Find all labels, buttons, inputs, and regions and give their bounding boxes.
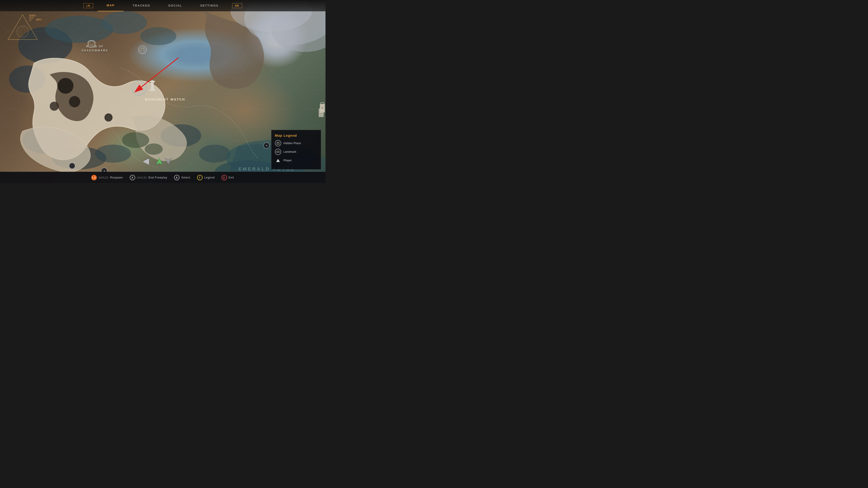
legend-item-landmark: Landmark	[275, 149, 317, 155]
legend-action-label: Legend	[204, 176, 215, 179]
toolbar-legend[interactable]: Y Legend	[197, 175, 215, 180]
player-icon	[275, 157, 281, 164]
toolbar-respawn[interactable]: LS [HOLD] Respawn	[91, 175, 123, 180]
hidden-place-icon	[275, 140, 281, 147]
svg-point-71	[277, 142, 279, 143]
legend-label-hidden-place: Hidden Place	[283, 142, 301, 145]
svg-rect-47	[151, 83, 154, 89]
toolbar-exit[interactable]: B Exit	[221, 175, 234, 180]
svg-text:⚭: ⚭	[266, 144, 268, 147]
svg-text:RUINS OF: RUINS OF	[86, 45, 104, 48]
toolbar-select[interactable]: A Select	[174, 175, 190, 180]
svg-rect-60	[319, 108, 324, 117]
tab-settings[interactable]: SETTINGS	[191, 0, 228, 11]
select-label: Select	[181, 176, 190, 179]
tab-tracked[interactable]: TRACKED	[124, 0, 159, 11]
exit-label: Exit	[229, 176, 234, 179]
svg-text:SHADOWMARK: SHADOWMARK	[82, 49, 108, 52]
map-legend: Map Legend Hidden Place Landmark Player	[271, 130, 321, 169]
legend-label-player: Player	[283, 159, 292, 162]
svg-rect-32	[29, 17, 31, 19]
svg-point-57	[69, 163, 75, 169]
tab-map[interactable]: MAP	[98, 0, 124, 11]
b-badge: B	[221, 175, 227, 180]
toolbar-end-freeplay[interactable]: X [HOLD] End Freeplay	[130, 175, 167, 180]
legend-title: Map Legend	[275, 133, 317, 137]
svg-text:MONUMENT WATCH: MONUMENT WATCH	[145, 98, 185, 101]
x-badge: X	[130, 175, 135, 180]
bottom-toolbar: LS [HOLD] Respawn X [HOLD] End Freeplay …	[0, 172, 326, 183]
tab-social[interactable]: SOCIAL	[159, 0, 191, 11]
svg-rect-29	[29, 15, 31, 17]
navigation-header: LB MAP TRACKED SOCIAL SETTINGS RB	[0, 0, 326, 11]
rb-button[interactable]: RB	[232, 3, 242, 8]
a-badge: A	[174, 175, 180, 180]
ls-badge: LS	[91, 175, 97, 180]
respawn-label: Respawn	[110, 176, 123, 179]
svg-rect-31	[34, 15, 36, 17]
legend-item-player: Player	[275, 157, 317, 164]
svg-rect-33	[32, 17, 33, 19]
y-badge: Y	[197, 175, 203, 180]
landmark-icon	[275, 149, 281, 155]
svg-rect-50	[150, 89, 155, 90]
svg-rect-34	[29, 19, 31, 21]
legend-label-landmark: Landmark	[283, 150, 296, 153]
lb-button[interactable]: LB	[84, 3, 93, 8]
hold-freeplay-text: [HOLD]	[137, 176, 147, 179]
hold-respawn-text: [HOLD]	[98, 176, 108, 179]
svg-point-72	[276, 151, 278, 153]
svg-rect-51	[149, 90, 156, 91]
legend-item-hidden-place: Hidden Place	[275, 140, 317, 147]
svg-rect-30	[32, 15, 33, 17]
svg-rect-49	[150, 81, 155, 82]
svg-point-73	[278, 151, 280, 153]
end-freeplay-label: End Freeplay	[149, 176, 167, 179]
